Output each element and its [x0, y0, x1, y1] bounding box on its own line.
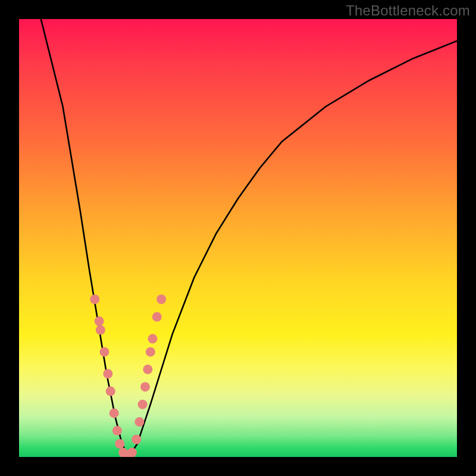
highlight-dot — [112, 426, 122, 436]
highlight-dot — [140, 382, 150, 392]
highlight-dot — [115, 439, 124, 449]
highlight-dot — [109, 408, 119, 418]
highlight-dot — [138, 400, 148, 409]
bottleneck-curve — [41, 19, 457, 457]
highlight-dot — [96, 325, 105, 335]
highlight-dot — [106, 387, 115, 396]
chart-frame: TheBottleneck.com — [0, 0, 476, 476]
highlight-dot — [100, 347, 109, 356]
highlight-dot — [103, 369, 112, 378]
plot-area — [19, 19, 457, 457]
highlight-dot — [156, 295, 166, 304]
highlight-dot — [152, 312, 162, 322]
watermark-text: TheBottleneck.com — [346, 2, 470, 19]
highlight-dot — [95, 317, 104, 326]
chart-svg — [19, 19, 457, 457]
highlight-dot — [134, 417, 144, 427]
highlight-dot — [143, 365, 152, 374]
highlight-dot — [127, 448, 137, 457]
highlight-dot — [90, 295, 99, 304]
highlight-dot — [146, 347, 155, 356]
highlight-dot — [131, 435, 141, 444]
highlight-dots-group — [90, 295, 166, 457]
highlight-dot — [148, 334, 158, 343]
